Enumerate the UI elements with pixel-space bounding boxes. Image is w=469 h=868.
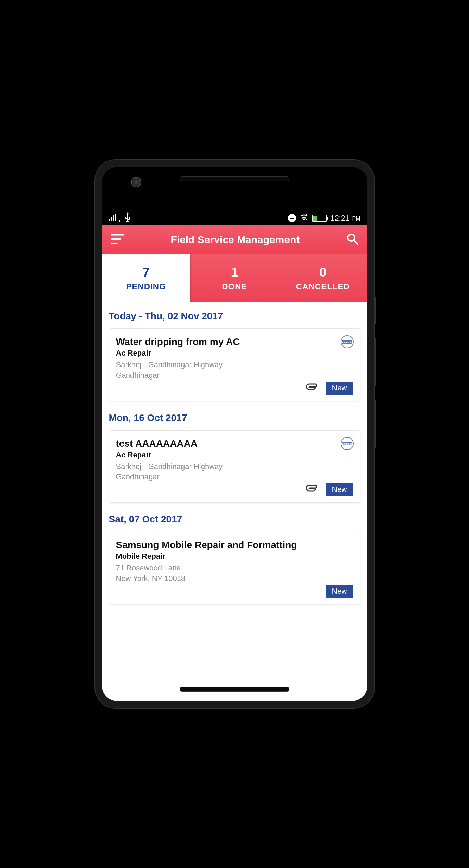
status-badge: New — [326, 483, 353, 496]
card-title: Samsung Mobile Repair and Formatting — [116, 540, 353, 550]
tab-count: 1 — [231, 265, 238, 280]
status-left: , — [109, 212, 131, 224]
svg-point-1 — [306, 219, 307, 220]
svg-text:EXPRESS: EXPRESS — [342, 341, 352, 343]
card-category: Ac Repair — [116, 450, 353, 459]
address-line1: Sarkhej - Gandhinagar Highway — [116, 461, 353, 472]
card-footer: New — [116, 483, 353, 496]
address-line1: 71 Rosewood Lane — [116, 563, 353, 573]
card-category: Ac Repair — [116, 349, 353, 358]
date-header: Today - Thu, 02 Nov 2017 — [109, 302, 360, 328]
status-badge: New — [326, 585, 353, 598]
tab-label: PENDING — [126, 282, 166, 292]
card-category: Mobile Repair — [116, 552, 353, 561]
phone-screen: , 12:21 PM Field Service — [102, 167, 367, 701]
status-time: 12:21 PM — [330, 214, 360, 223]
tab-cancelled[interactable]: 0 CANCELLED — [279, 254, 367, 302]
express-icon: EXPRESS — [340, 335, 354, 349]
tab-count: 7 — [142, 265, 150, 280]
phone-speaker-top — [180, 176, 289, 181]
time-value: 12:21 — [330, 214, 349, 222]
phone-camera — [131, 177, 141, 187]
svg-point-0 — [306, 214, 307, 215]
date-header: Sat, 07 Oct 2017 — [109, 505, 360, 532]
status-badge: New — [326, 382, 353, 395]
tab-count: 0 — [319, 265, 327, 280]
tab-label: CANCELLED — [296, 282, 350, 292]
wifi-icon — [300, 214, 308, 223]
address-line2: New York, NY 10018 — [116, 573, 353, 584]
status-right: 12:21 PM — [288, 214, 360, 223]
card-address: Sarkhej - Gandhinagar Highway Gandhinaga… — [116, 461, 353, 483]
address-line2: Gandhinagar — [116, 370, 353, 381]
job-card[interactable]: EXPRESS test AAAAAAAAA Ac Repair Sarkhej… — [109, 430, 360, 503]
signal-icon — [109, 214, 117, 223]
phone-side-button — [374, 338, 376, 386]
tab-done[interactable]: 1 DONE — [190, 254, 279, 302]
phone-speaker-bottom — [180, 687, 289, 692]
svg-text:EXPRESS: EXPRESS — [342, 443, 352, 445]
search-icon[interactable] — [346, 233, 359, 247]
job-card[interactable]: Samsung Mobile Repair and Formatting Mob… — [109, 532, 360, 604]
card-address: 71 Rosewood Lane New York, NY 10018 — [116, 563, 353, 584]
date-header: Mon, 16 Oct 2017 — [109, 404, 360, 430]
card-title: test AAAAAAAAA — [116, 438, 353, 449]
status-bar: , 12:21 PM — [102, 211, 367, 225]
card-footer: New — [116, 585, 353, 598]
attachment-icon[interactable] — [306, 485, 319, 494]
phone-side-button — [374, 400, 376, 448]
battery-icon — [312, 215, 327, 222]
phone-frame: , 12:21 PM Field Service — [95, 160, 374, 708]
tabs: 7 PENDING 1 DONE 0 CANCELLED — [102, 254, 367, 302]
job-card[interactable]: EXPRESS Water dripping from my AC Ac Rep… — [109, 328, 360, 401]
usb-icon — [124, 212, 131, 224]
page-title: Field Service Management — [171, 234, 300, 246]
card-footer: New — [116, 382, 353, 395]
status-comma: , — [119, 214, 121, 223]
tab-pending[interactable]: 7 PENDING — [102, 254, 190, 302]
app-header: Field Service Management — [102, 225, 367, 254]
card-address: Sarkhej - Gandhinagar Highway Gandhinaga… — [116, 360, 353, 381]
time-period: PM — [352, 216, 360, 222]
tab-label: DONE — [222, 282, 247, 292]
attachment-icon[interactable] — [306, 383, 319, 393]
express-icon: EXPRESS — [340, 437, 354, 450]
card-title: Water dripping from my AC — [116, 336, 353, 347]
phone-side-button — [374, 297, 376, 324]
content-area[interactable]: Today - Thu, 02 Nov 2017 EXPRESS Water d… — [102, 302, 367, 701]
address-line1: Sarkhej - Gandhinagar Highway — [116, 360, 353, 370]
dnd-icon — [288, 214, 296, 222]
menu-icon[interactable] — [111, 234, 124, 246]
address-line2: Gandhinagar — [116, 472, 353, 482]
